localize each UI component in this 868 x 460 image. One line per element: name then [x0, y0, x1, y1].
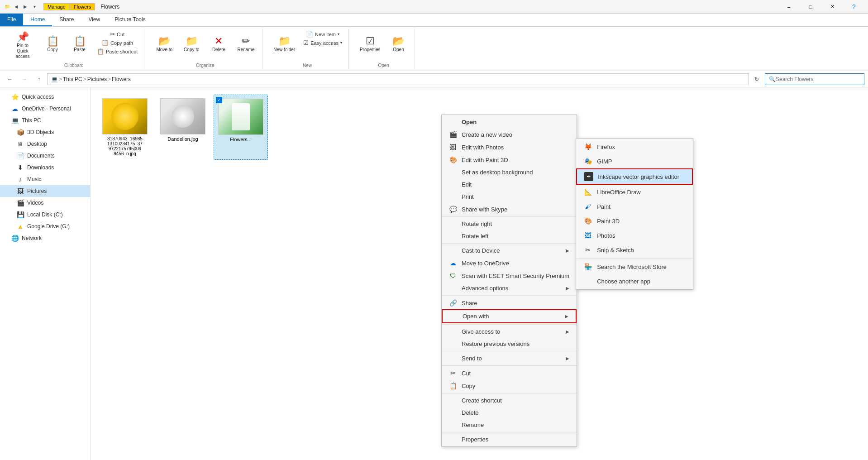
path-flowers: Flowers	[112, 76, 131, 82]
copy-button[interactable]: 📋 Copy	[40, 30, 65, 58]
submenu-inkscape[interactable]: ✒ Inkscape vector graphics editor	[576, 168, 693, 185]
up-button[interactable]: ↑	[33, 73, 45, 86]
ctx-rotate-left[interactable]: Rotate left	[442, 230, 577, 242]
submenu-choose-app[interactable]: Choose another app	[576, 274, 693, 288]
ctx-create-shortcut[interactable]: Create shortcut	[442, 394, 577, 407]
photos-icon: 🖼	[449, 144, 457, 151]
ctx-give-access[interactable]: Give access to ▶	[442, 326, 577, 338]
ctx-edit-paint3d[interactable]: 🎨 Edit with Paint 3D	[442, 153, 577, 166]
ctx-rotate-right[interactable]: Rotate right	[442, 218, 577, 230]
tab-picture-tools[interactable]: Picture Tools	[107, 14, 153, 26]
open-items: ☑ Properties 📂 Open	[356, 29, 411, 63]
sidebar-item-network[interactable]: 🌐 Network	[0, 232, 90, 244]
ctx-delete[interactable]: Delete	[442, 407, 577, 419]
copy-to-icon: 📁	[186, 36, 198, 46]
ctx-desktop-bg[interactable]: Set as desktop background	[442, 166, 577, 178]
submenu-libreoffice[interactable]: 📐 LibreOffice Draw	[576, 185, 693, 199]
ctx-edit[interactable]: Edit	[442, 178, 577, 191]
sidebar-item-3dobjects[interactable]: 📦 3D Objects	[0, 126, 90, 138]
ctx-share-skype[interactable]: 💬 Share with Skype	[442, 203, 577, 216]
title-bar-icons: 📁 ◀ ▶ ▾	[4, 3, 38, 10]
refresh-button[interactable]: ↻	[750, 73, 763, 86]
pin-to-quick-access-button[interactable]: 📌 Pin to Quick access	[7, 30, 38, 61]
search-box[interactable]: 🔍	[765, 73, 864, 85]
ctx-properties[interactable]: Properties	[442, 433, 577, 446]
file-item[interactable]: Dandelion.jpg	[156, 95, 210, 160]
skype-icon: 💬	[449, 206, 457, 213]
file-thumbnail	[160, 98, 205, 134]
sidebar-item-documents[interactable]: 📄 Documents	[0, 150, 90, 162]
maximize-button[interactable]: □	[800, 0, 821, 14]
paste-shortcut-button[interactable]: 📋 Paste shortcut	[94, 48, 140, 55]
ctx-sep1	[442, 216, 577, 217]
submenu-photos[interactable]: 🖼 Photos	[576, 228, 693, 243]
new-folder-button[interactable]: 📁 New folder	[270, 30, 299, 58]
ctx-open-with[interactable]: Open with ▶ 🦊 Firefox 🎭 GIMP ✒ Inkscape …	[442, 309, 577, 323]
tab-view[interactable]: View	[81, 14, 107, 26]
sidebar-item-googledrive[interactable]: ▲ Google Drive (G:)	[0, 220, 90, 232]
open-button-ribbon[interactable]: 📂 Open	[386, 30, 411, 58]
cut-copy-paste-group: ✂ Cut 📋 Copy path 📋 Paste shortcut	[94, 30, 140, 55]
sidebar-item-onedrive[interactable]: ☁ OneDrive - Personal	[0, 103, 90, 115]
submenu-store[interactable]: 🏪 Search the Microsoft Store	[576, 259, 693, 274]
copy-path-button[interactable]: 📋 Copy path	[94, 39, 140, 47]
ctx-open[interactable]: Open	[442, 116, 577, 128]
submenu-gimp[interactable]: 🎭 GIMP	[576, 154, 693, 168]
sidebar-item-downloads[interactable]: ⬇ Downloads	[0, 162, 90, 173]
minimize-button[interactable]: –	[778, 0, 799, 14]
clipboard-items: 📌 Pin to Quick access 📋 Copy 📋 Paste	[7, 29, 140, 63]
file-area[interactable]: 31870943_1698513100234175_37972217579500…	[91, 87, 868, 460]
sidebar-item-pictures[interactable]: 🖼 Pictures	[0, 185, 90, 197]
ctx-advanced[interactable]: Advanced options ▶	[442, 282, 577, 294]
ctx-print[interactable]: Print	[442, 191, 577, 203]
sidebar-item-desktop[interactable]: 🖥 Desktop	[0, 138, 90, 150]
ctx-edit-photos[interactable]: 🖼 Edit with Photos	[442, 141, 577, 153]
submenu-snip[interactable]: ✂ Snip & Sketch	[576, 243, 693, 257]
ctx-copy[interactable]: 📋 Copy	[442, 379, 577, 392]
ctx-rename[interactable]: Rename	[442, 419, 577, 431]
context-menu: Open 🎬 Create a new video 🖼 Edit with Ph…	[441, 115, 577, 447]
paste-button[interactable]: 📋 Paste	[67, 30, 92, 58]
sidebar-item-thispc[interactable]: 💻 This PC	[0, 115, 90, 126]
ctx-create-video[interactable]: 🎬 Create a new video	[442, 128, 577, 141]
move-to-button[interactable]: 📂 Move to	[152, 30, 177, 58]
ctx-eset[interactable]: 🛡 Scan with ESET Smart Security Premium	[442, 269, 577, 282]
sidebar-item-quick-access[interactable]: ⭐ Quick access	[0, 91, 90, 103]
easy-access-button[interactable]: ☑ Easy access ▾	[300, 39, 345, 47]
back-button[interactable]: ←	[4, 73, 16, 86]
copy-to-button[interactable]: 📁 Copy to	[179, 30, 204, 58]
submenu-paint3d[interactable]: 🎨 Paint 3D	[576, 214, 693, 228]
flowers-tab[interactable]: Flowers	[70, 3, 95, 10]
sidebar-item-music[interactable]: ♪ Music	[0, 173, 90, 185]
ctx-cast-device[interactable]: Cast to Device ▶	[442, 244, 577, 257]
new-item-button[interactable]: 📄 New item ▾	[300, 30, 345, 38]
manage-tab[interactable]: Manage	[43, 3, 70, 10]
down-icon: ▾	[31, 3, 38, 10]
ctx-onedrive[interactable]: ☁ Move to OneDrive	[442, 257, 577, 269]
tab-home[interactable]: Home	[23, 14, 52, 26]
delete-button[interactable]: ✕ Delete	[206, 30, 231, 58]
sidebar-item-videos[interactable]: 🎬 Videos	[0, 197, 90, 209]
forward-button[interactable]: →	[18, 73, 31, 86]
help-button[interactable]: ?	[844, 0, 864, 14]
ctx-send-to[interactable]: Send to ▶	[442, 352, 577, 364]
file-item[interactable]: 31870943_1698513100234175_37972217579500…	[98, 95, 152, 160]
rename-button[interactable]: ✏ Rename	[233, 30, 258, 58]
submenu-firefox[interactable]: 🦊 Firefox	[576, 139, 693, 154]
cut-button[interactable]: ✂ Cut	[94, 30, 140, 38]
ctx-cut[interactable]: ✂ Cut	[442, 367, 577, 379]
address-path[interactable]: 💻 > This PC > Pictures > Flowers	[47, 73, 749, 85]
file-name: Flowers...	[230, 137, 252, 142]
file-item-selected[interactable]: ✓ Flowers...	[214, 95, 268, 160]
localdisk-icon: 💾	[16, 211, 24, 218]
ctx-share[interactable]: 🔗 Share	[442, 297, 577, 309]
properties-button[interactable]: ☑ Properties	[356, 30, 384, 58]
close-button[interactable]: ✕	[822, 0, 843, 14]
search-input[interactable]	[776, 76, 860, 82]
ctx-restore-versions[interactable]: Restore previous versions	[442, 338, 577, 350]
3dobjects-icon: 📦	[16, 129, 24, 136]
tab-file[interactable]: File	[0, 14, 23, 26]
sidebar-item-localdisk[interactable]: 💾 Local Disk (C:)	[0, 209, 90, 220]
tab-share[interactable]: Share	[52, 14, 81, 26]
submenu-paint[interactable]: 🖌 Paint	[576, 199, 693, 214]
